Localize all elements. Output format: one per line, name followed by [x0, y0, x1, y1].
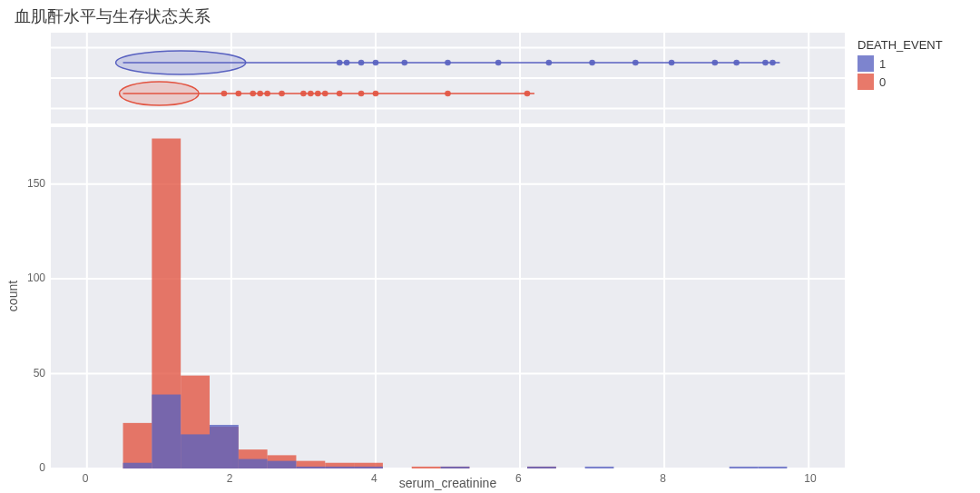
- svg-point-42: [524, 91, 531, 97]
- svg-rect-77: [730, 467, 759, 468]
- plot-area: [51, 33, 845, 468]
- svg-point-14: [373, 60, 379, 66]
- svg-point-36: [315, 91, 321, 97]
- x-tick: 10: [804, 472, 816, 485]
- x-tick: 2: [227, 472, 233, 485]
- svg-point-28: [221, 91, 228, 97]
- svg-point-38: [337, 91, 343, 97]
- x-tick: 4: [371, 472, 377, 485]
- svg-point-32: [264, 91, 270, 97]
- x-tick: 6: [515, 472, 522, 485]
- violin-svg: [51, 33, 845, 123]
- chart-title: 血肌酐水平与生存状态关系: [15, 5, 211, 27]
- svg-rect-66: [152, 395, 181, 468]
- svg-point-21: [669, 60, 675, 66]
- svg-point-13: [358, 60, 365, 66]
- svg-rect-68: [210, 425, 239, 468]
- legend-item-1: 1: [858, 55, 943, 72]
- legend-swatch-1: [858, 55, 874, 72]
- x-tick: 0: [83, 472, 89, 485]
- legend-item-0: 0: [858, 74, 943, 90]
- svg-point-25: [769, 60, 776, 66]
- svg-rect-70: [268, 461, 297, 468]
- svg-point-31: [257, 91, 263, 97]
- svg-rect-71: [296, 467, 325, 468]
- svg-rect-69: [239, 459, 268, 468]
- legend-swatch-0: [858, 74, 874, 90]
- svg-point-37: [322, 91, 328, 97]
- svg-rect-75: [527, 467, 556, 468]
- svg-rect-73: [354, 467, 383, 468]
- svg-point-33: [279, 91, 285, 97]
- svg-rect-76: [585, 467, 614, 468]
- svg-rect-72: [325, 467, 354, 468]
- panels: [51, 33, 845, 468]
- legend-title: DEATH_EVENT: [858, 38, 943, 52]
- svg-point-40: [373, 91, 379, 97]
- svg-rect-62: [412, 467, 441, 468]
- chart-root: 血肌酐水平与生存状态关系 count serum_creatinine DEAT…: [0, 0, 980, 493]
- x-axis-label: serum_creatinine: [51, 476, 845, 490]
- svg-point-20: [632, 60, 639, 66]
- y-tick: 100: [9, 271, 45, 284]
- histogram-svg: [51, 127, 845, 468]
- svg-rect-78: [759, 467, 788, 468]
- histogram-panel: [51, 127, 845, 468]
- legend-label-0: 0: [879, 75, 886, 89]
- svg-point-23: [733, 60, 740, 66]
- y-tick: 150: [9, 177, 45, 190]
- svg-point-30: [250, 91, 256, 97]
- svg-point-18: [546, 60, 553, 66]
- svg-point-24: [762, 60, 769, 66]
- svg-point-19: [589, 60, 595, 66]
- x-tick: 8: [660, 472, 666, 485]
- svg-rect-74: [441, 467, 470, 468]
- y-tick: 50: [9, 367, 45, 380]
- svg-point-35: [308, 91, 314, 97]
- svg-point-11: [337, 60, 343, 66]
- svg-point-34: [300, 91, 307, 97]
- svg-point-39: [358, 91, 365, 97]
- svg-point-29: [236, 91, 242, 97]
- svg-point-12: [344, 60, 350, 66]
- legend: DEATH_EVENT 1 0: [858, 38, 943, 90]
- svg-rect-67: [181, 434, 210, 468]
- violin-panel: [51, 33, 845, 123]
- legend-label-1: 1: [879, 57, 886, 71]
- svg-point-17: [495, 60, 502, 66]
- svg-point-16: [445, 60, 451, 66]
- svg-point-22: [712, 60, 719, 66]
- svg-rect-53: [123, 423, 152, 468]
- y-tick: 0: [9, 461, 45, 474]
- svg-rect-65: [123, 463, 152, 468]
- svg-point-41: [445, 91, 451, 97]
- svg-point-15: [401, 60, 407, 66]
